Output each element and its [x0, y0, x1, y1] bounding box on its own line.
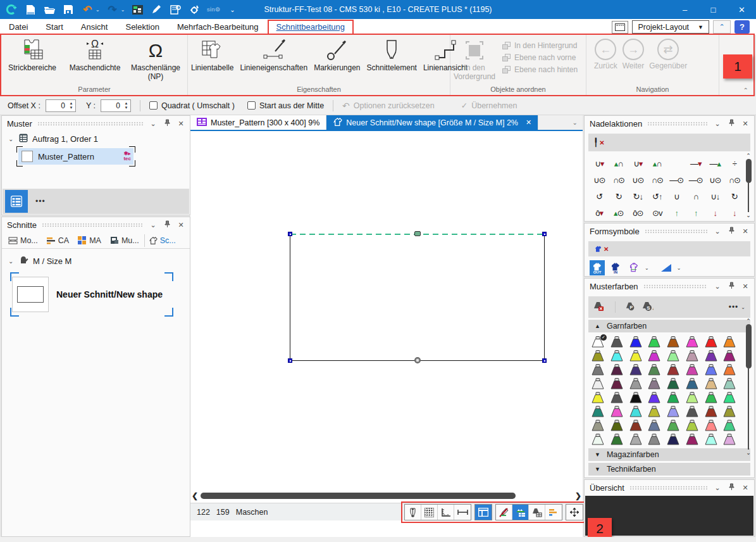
pin-icon[interactable] [162, 119, 172, 128]
needle-scrollbar[interactable]: ⌃ ⌄ [744, 153, 753, 218]
needle-action-symbol[interactable]: —⊙ [667, 172, 686, 188]
machine-doc-icon[interactable] [169, 3, 182, 16]
yarn-color-swatch[interactable] [629, 392, 643, 403]
scroll-up-icon[interactable]: ⌃ [746, 153, 751, 159]
needle-action-symbol[interactable]: ∪↓ [705, 188, 725, 205]
needle-action-symbol[interactable]: ∪▾ [590, 155, 609, 172]
list-view-button[interactable] [5, 190, 28, 213]
yarn-color-swatch[interactable] [610, 392, 624, 403]
checkbox-icon[interactable] [149, 101, 158, 110]
triangle-tool-button[interactable] [659, 260, 674, 275]
yarn-color-swatch[interactable] [704, 392, 718, 403]
yarn-color-swatch[interactable] [666, 420, 680, 431]
yarn-color-swatch[interactable] [666, 434, 680, 445]
yarn-color-swatch[interactable] [591, 378, 605, 389]
tab-neuer-schnitt[interactable]: Neuer Schnitt/New shape [Größe M / Size … [326, 115, 538, 130]
undo-dropdown-icon[interactable]: ⌄ [96, 7, 100, 13]
zurueck-button[interactable]: ←Zurück [592, 36, 620, 70]
chevron-down-icon[interactable]: ⌄ [148, 120, 158, 128]
color-p-button[interactable]: P [626, 301, 636, 313]
yarn-color-swatch[interactable] [704, 420, 718, 431]
yarn-color-swatch[interactable] [647, 392, 661, 403]
yarn-color-swatch[interactable] [591, 420, 605, 431]
menu-mehrfach-bearbeitung[interactable]: Mehrfach-Bearbeitung [168, 20, 268, 34]
yarn-color-swatch[interactable] [685, 364, 699, 375]
shape-list-item-selected[interactable]: Neuer Schnitt/New shape [12, 274, 171, 315]
no-draw-icon[interactable] [496, 505, 512, 520]
needle-action-symbol[interactable]: ∪⊙ [590, 172, 609, 188]
close-button[interactable]: ✕ [728, 0, 756, 19]
needle-action-symbol[interactable]: ∪⊙ [705, 172, 725, 188]
customize-chevron-icon[interactable]: ⌄ [226, 3, 239, 16]
collapse-panel-button[interactable]: ⌃ [713, 20, 731, 34]
ruler-icon[interactable] [438, 505, 454, 520]
magazinfarben-section-header[interactable]: ▼ Magazinfarben [588, 448, 750, 461]
panel-drag-area[interactable] [629, 486, 707, 490]
yarn-color-swatch[interactable] [610, 350, 624, 362]
tab-list-chevron-icon[interactable]: ⌄ [567, 119, 583, 126]
selected-needle-action[interactable]: ╿✕ [588, 134, 750, 151]
lines-view-icon[interactable] [545, 505, 562, 520]
yarn-color-swatch[interactable] [685, 420, 699, 431]
yarn-color-swatch[interactable] [685, 378, 699, 389]
panel-drag-area[interactable] [37, 122, 143, 126]
yarn-color-swatch[interactable] [591, 350, 605, 362]
yarn-color-swatch[interactable] [685, 392, 699, 403]
maximize-button[interactable]: □ [699, 0, 728, 19]
help-button[interactable]: ? [734, 20, 750, 34]
layout-grid-icon[interactable] [475, 505, 492, 520]
yarn-color-swatch[interactable] [629, 336, 643, 348]
yarn-color-swatch[interactable] [722, 434, 736, 445]
yarn-color-swatch[interactable] [704, 364, 718, 375]
chevron-down-icon[interactable]: ⌄ [712, 120, 722, 128]
app-logo[interactable] [5, 3, 18, 16]
needle-action-symbol[interactable]: ↻ [725, 188, 745, 205]
needle-action-symbol[interactable]: —▾ [686, 155, 706, 172]
chevron-down-icon[interactable]: ⌄ [741, 305, 745, 310]
panel-drag-area[interactable] [643, 284, 707, 289]
yarn-color-swatch[interactable] [666, 392, 680, 403]
needle-action-symbol[interactable]: ∩ [686, 188, 706, 205]
chevron-down-icon[interactable]: ⌄ [677, 265, 681, 271]
selected-form-symbol[interactable]: ✕ [588, 241, 750, 256]
yarn-color-swatch[interactable] [722, 364, 736, 375]
yarn-color-swatch[interactable] [647, 350, 661, 362]
yarn-color-swatch[interactable] [704, 434, 718, 445]
yarn-color-swatch[interactable] [591, 392, 605, 403]
yarn-color-swatch[interactable] [722, 378, 736, 389]
open-icon[interactable] [43, 3, 56, 16]
yarn-color-swatch[interactable] [666, 336, 680, 348]
close-icon[interactable]: ✕ [176, 221, 186, 229]
needle-action-symbol[interactable]: ∪▾ [628, 155, 648, 172]
scroll-down-icon[interactable]: ⌄ [746, 450, 751, 456]
measure-shape-icon[interactable] [405, 505, 421, 520]
scroll-up-icon[interactable]: ⌃ [746, 318, 751, 324]
needle-action-symbol[interactable]: ▴∩ [648, 155, 667, 172]
new-document-icon[interactable] [24, 3, 37, 16]
pattern-view-icon[interactable] [512, 505, 529, 520]
needle-action-symbol[interactable]: ↺ [590, 188, 609, 205]
pan-icon[interactable] [566, 505, 583, 520]
yarn-color-swatch[interactable] [685, 406, 699, 417]
yarn-color-swatch[interactable] [647, 364, 661, 375]
reset-options-button[interactable]: ↶Optionen zurücksetzen [342, 101, 435, 111]
needle-action-symbol[interactable]: —⊙ [686, 172, 706, 188]
pattern-editor-icon[interactable] [131, 3, 144, 16]
yarn-color-swatch[interactable] [591, 406, 605, 417]
yarn-color-swatch[interactable] [610, 364, 624, 375]
cone-table-icon[interactable] [529, 505, 545, 520]
pencil-icon[interactable] [150, 3, 163, 16]
maschendichte-button[interactable]: Ω Maschendichte [63, 36, 127, 74]
color-s-add-button[interactable]: S+ [642, 301, 654, 313]
close-icon[interactable]: ✕ [740, 227, 750, 236]
panel-drag-area[interactable] [42, 223, 143, 227]
yarn-color-swatch[interactable] [666, 378, 680, 389]
garnfarben-section-header[interactable]: ▲ Garnfarben [588, 320, 750, 332]
redo-icon[interactable]: ↷ [106, 3, 119, 16]
yarn-color-swatch[interactable] [666, 406, 680, 417]
close-icon[interactable]: ✕ [740, 282, 750, 291]
chevron-down-icon[interactable]: ⌄ [712, 227, 722, 236]
chevron-down-icon[interactable]: ⌄ [645, 265, 649, 271]
farben-scrollbar[interactable]: ⌃ ⌄ [744, 318, 753, 456]
handle-top-left[interactable] [288, 232, 292, 236]
